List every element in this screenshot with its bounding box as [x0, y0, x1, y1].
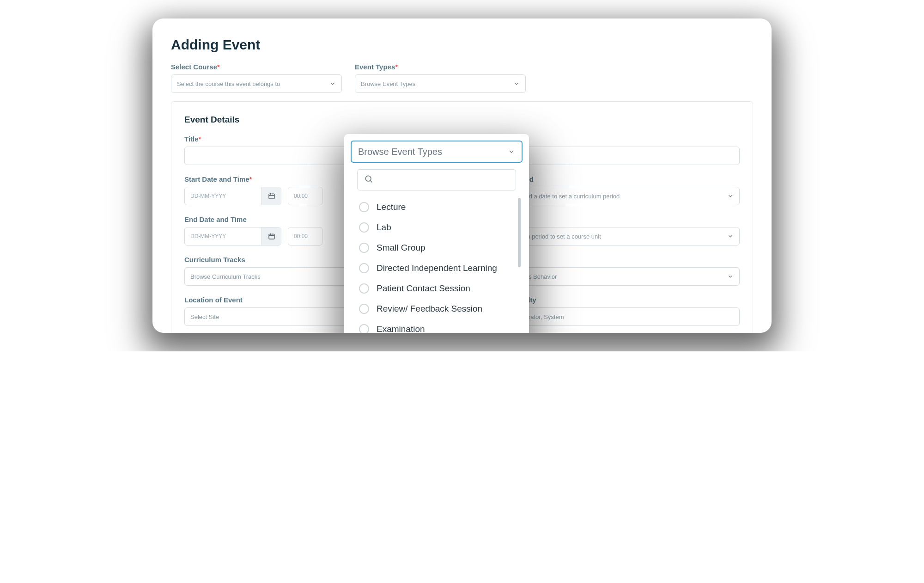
dropdown-trigger-text: Browse Event Types: [358, 147, 442, 157]
scrollbar-thumb[interactable]: [518, 198, 521, 267]
event-types-label: Event Types*: [355, 63, 526, 71]
chevron-down-icon: [329, 80, 336, 87]
select-course-input[interactable]: Select the course this event belongs to: [171, 74, 342, 93]
event-types-placeholder: Browse Event Types: [361, 80, 415, 87]
radio-icon: [359, 222, 369, 233]
select-course-label-text: Select Course: [171, 63, 217, 71]
radio-icon: [359, 263, 369, 273]
dropdown-option[interactable]: Directed Independent Learning: [357, 258, 511, 278]
chevron-down-icon: [727, 273, 734, 280]
dropdown-options-list: LectureLabSmall GroupDirected Independen…: [357, 197, 511, 333]
select-course-label: Select Course*: [171, 63, 342, 71]
top-selects-row: Select Course* Select the course this ev…: [171, 63, 753, 93]
end-date-placeholder: DD-MM-YYYY: [185, 227, 261, 245]
select-course-placeholder: Select the course this event belongs to: [177, 80, 280, 87]
start-time-input[interactable]: 00:00: [288, 187, 322, 205]
event-details-heading: Event Details: [184, 115, 740, 125]
required-asterisk: *: [199, 135, 201, 143]
start-date-placeholder: DD-MM-YYYY: [185, 187, 261, 205]
dropdown-option-label: Lab: [377, 222, 391, 233]
required-asterisk: *: [217, 63, 220, 71]
required-asterisk: *: [249, 175, 252, 183]
radio-icon: [359, 202, 369, 212]
dropdown-option[interactable]: Small Group: [357, 238, 511, 258]
event-types-label-text: Event Types: [355, 63, 395, 71]
dropdown-option-label: Directed Independent Learning: [377, 263, 497, 273]
required-asterisk: *: [395, 63, 398, 71]
dropdown-option[interactable]: Review/ Feedback Session: [357, 299, 511, 319]
start-date-input[interactable]: DD-MM-YYYY: [184, 187, 281, 205]
start-date-label-text: Start Date and Time: [184, 175, 249, 183]
dropdown-option[interactable]: Lab: [357, 217, 511, 238]
calendar-icon[interactable]: [261, 227, 281, 245]
svg-point-8: [365, 176, 371, 181]
adding-event-card: Adding Event Select Course* Select the c…: [152, 18, 772, 333]
dropdown-option-label: Small Group: [377, 243, 426, 253]
radio-icon: [359, 283, 369, 294]
event-types-dropdown: Browse Event Types LectureLabSmall Group…: [344, 134, 529, 333]
chevron-down-icon: [727, 193, 734, 199]
end-date-input[interactable]: DD-MM-YYYY: [184, 227, 281, 245]
page-title: Adding Event: [171, 37, 753, 53]
end-time-input[interactable]: 00:00: [288, 227, 322, 245]
radio-icon: [359, 304, 369, 314]
dropdown-option-label: Patient Contact Session: [377, 283, 470, 294]
dropdown-option[interactable]: Examination: [357, 319, 511, 333]
dropdown-option-label: Review/ Feedback Session: [377, 304, 482, 314]
tracks-placeholder: Browse Curriculum Tracks: [190, 273, 261, 280]
chevron-down-icon: [513, 80, 520, 87]
search-icon: [364, 174, 373, 185]
event-types-group: Event Types* Browse Event Types: [355, 63, 526, 93]
title-label-text: Title: [184, 135, 199, 143]
svg-line-9: [370, 180, 372, 182]
location-placeholder: Select Site: [190, 313, 219, 320]
chevron-down-icon: [508, 148, 515, 155]
dropdown-trigger[interactable]: Browse Event Types: [351, 141, 523, 163]
radio-icon: [359, 243, 369, 253]
dropdown-option[interactable]: Patient Contact Session: [357, 278, 511, 299]
event-types-input[interactable]: Browse Event Types: [355, 74, 526, 93]
dropdown-option-label: Examination: [377, 324, 425, 333]
chevron-down-icon: [727, 233, 734, 239]
calendar-icon[interactable]: [261, 187, 281, 205]
select-course-group: Select Course* Select the course this ev…: [171, 63, 342, 93]
dropdown-option-label: Lecture: [377, 202, 406, 212]
svg-rect-4: [269, 234, 274, 239]
dropdown-search-input[interactable]: [357, 169, 516, 190]
dropdown-option[interactable]: Lecture: [357, 197, 511, 217]
svg-rect-0: [269, 194, 274, 199]
radio-icon: [359, 324, 369, 333]
